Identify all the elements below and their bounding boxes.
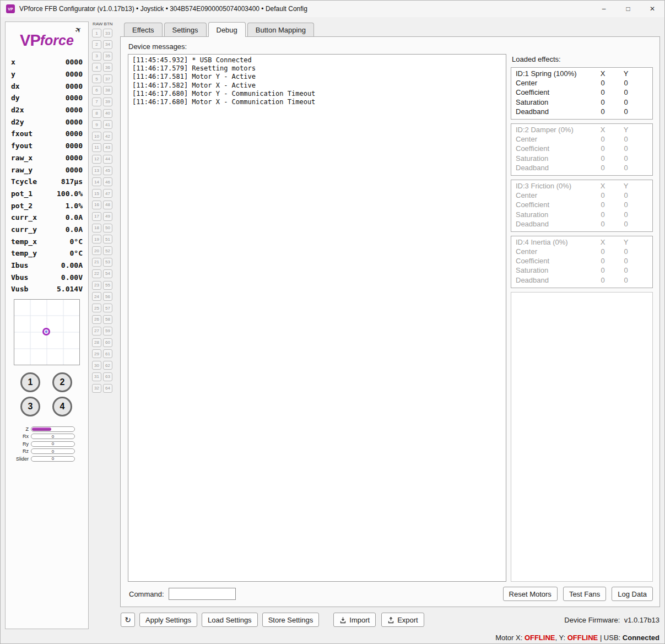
effect-param-x: 0	[592, 201, 614, 209]
reset-motors-button[interactable]: Reset Motors	[503, 587, 558, 601]
log-data-button[interactable]: Log Data	[612, 587, 653, 601]
raw-button-14[interactable]: 14	[92, 177, 101, 186]
raw-btn-grid: 1332343354365376387398409411042114312441…	[92, 29, 117, 393]
raw-button-64[interactable]: 64	[103, 384, 112, 393]
raw-button-42[interactable]: 42	[103, 132, 112, 140]
raw-button-27[interactable]: 27	[92, 327, 101, 335]
export-button[interactable]: Export	[381, 613, 424, 627]
effect-header: ID:3 Friction (0%)XY	[516, 181, 638, 191]
raw-button-39[interactable]: 39	[103, 98, 112, 106]
raw-button-45[interactable]: 45	[103, 166, 112, 175]
tab-button-mapping[interactable]: Button Mapping	[247, 23, 314, 36]
raw-button-5[interactable]: 5	[92, 74, 101, 83]
raw-button-9[interactable]: 9	[92, 120, 101, 129]
raw-button-52[interactable]: 52	[103, 246, 112, 255]
telemetry-row-Vusb: Vusb5.014V	[11, 283, 83, 295]
raw-button-31[interactable]: 31	[92, 372, 101, 381]
apply-settings-button[interactable]: Apply Settings	[139, 613, 197, 627]
raw-button-16[interactable]: 16	[92, 201, 101, 209]
raw-button-17[interactable]: 17	[92, 212, 101, 221]
raw-button-58[interactable]: 58	[103, 315, 112, 324]
raw-button-15[interactable]: 15	[92, 189, 101, 198]
raw-button-40[interactable]: 40	[103, 109, 112, 118]
raw-button-29[interactable]: 29	[92, 349, 101, 358]
raw-button-63[interactable]: 63	[103, 372, 112, 381]
raw-button-24[interactable]: 24	[92, 292, 101, 301]
raw-button-57[interactable]: 57	[103, 304, 112, 312]
effect-param-x: 0	[592, 210, 614, 219]
tab-debug[interactable]: Debug	[208, 22, 246, 37]
raw-button-10[interactable]: 10	[92, 132, 101, 140]
raw-button-22[interactable]: 22	[92, 269, 101, 278]
raw-button-25[interactable]: 25	[92, 304, 101, 312]
raw-button-55[interactable]: 55	[103, 281, 112, 290]
axis-value: 0	[31, 434, 74, 439]
raw-button-3[interactable]: 3	[92, 52, 101, 61]
import-label: Import	[349, 616, 370, 624]
effect-param-x: 0	[592, 266, 614, 274]
raw-button-26[interactable]: 26	[92, 315, 101, 324]
import-button[interactable]: Import	[333, 613, 376, 627]
axis-label: Slider	[11, 456, 31, 462]
device-messages-log[interactable]: [11:45:45.932] * USB Connected[11:46:17.…	[128, 54, 506, 582]
refresh-button[interactable]: ↻	[121, 613, 135, 627]
raw-button-53[interactable]: 53	[103, 258, 112, 267]
raw-button-12[interactable]: 12	[92, 155, 101, 164]
raw-button-11[interactable]: 11	[92, 143, 101, 152]
raw-button-41[interactable]: 41	[103, 120, 112, 129]
raw-button-21[interactable]: 21	[92, 258, 101, 267]
axis-value: 0	[31, 457, 74, 461]
raw-button-56[interactable]: 56	[103, 292, 112, 301]
raw-button-33[interactable]: 33	[103, 29, 112, 37]
raw-button-46[interactable]: 46	[103, 177, 112, 186]
raw-button-8[interactable]: 8	[92, 109, 101, 118]
raw-button-20[interactable]: 20	[92, 246, 101, 255]
raw-button-48[interactable]: 48	[103, 201, 112, 209]
raw-button-19[interactable]: 19	[92, 235, 101, 243]
raw-button-23[interactable]: 23	[92, 281, 101, 290]
raw-button-13[interactable]: 13	[92, 166, 101, 175]
store-settings-button[interactable]: Store Settings	[262, 613, 320, 627]
tab-settings[interactable]: Settings	[164, 23, 207, 36]
raw-button-7[interactable]: 7	[92, 98, 101, 106]
raw-button-62[interactable]: 62	[103, 361, 112, 370]
raw-button-30[interactable]: 30	[92, 361, 101, 370]
raw-button-47[interactable]: 47	[103, 189, 112, 198]
telemetry-value: 0000	[66, 70, 83, 78]
app-icon: VP	[6, 4, 15, 13]
telemetry-label: temp_y	[11, 249, 37, 257]
raw-button-28[interactable]: 28	[92, 338, 101, 347]
raw-button-34[interactable]: 34	[103, 40, 112, 49]
raw-button-18[interactable]: 18	[92, 224, 101, 232]
raw-button-54[interactable]: 54	[103, 269, 112, 278]
effect-param-y: 0	[614, 135, 638, 143]
raw-button-38[interactable]: 38	[103, 86, 112, 95]
maximize-button[interactable]: □	[616, 1, 640, 17]
command-input[interactable]	[169, 588, 236, 600]
raw-button-49[interactable]: 49	[103, 212, 112, 221]
raw-button-4[interactable]: 4	[92, 63, 101, 72]
minimize-button[interactable]: –	[592, 1, 616, 17]
close-button[interactable]: ✕	[640, 1, 664, 17]
usb-label: | USB:	[598, 634, 623, 642]
raw-button-44[interactable]: 44	[103, 155, 112, 164]
raw-button-35[interactable]: 35	[103, 52, 112, 61]
test-fans-button[interactable]: Test Fans	[563, 587, 606, 601]
telemetry-label: x	[11, 58, 15, 66]
telemetry-label: dy	[11, 94, 20, 102]
raw-button-36[interactable]: 36	[103, 63, 112, 72]
raw-button-2[interactable]: 2	[92, 40, 101, 49]
raw-button-1[interactable]: 1	[92, 29, 101, 37]
load-settings-button[interactable]: Load Settings	[202, 613, 258, 627]
telemetry-label: fxout	[11, 129, 33, 138]
raw-button-51[interactable]: 51	[103, 235, 112, 243]
raw-button-60[interactable]: 60	[103, 338, 112, 347]
tab-effects[interactable]: Effects	[124, 23, 163, 36]
raw-button-32[interactable]: 32	[92, 384, 101, 393]
raw-button-50[interactable]: 50	[103, 224, 112, 232]
raw-button-37[interactable]: 37	[103, 74, 112, 83]
raw-button-61[interactable]: 61	[103, 349, 112, 358]
raw-button-59[interactable]: 59	[103, 327, 112, 335]
raw-button-43[interactable]: 43	[103, 143, 112, 152]
raw-button-6[interactable]: 6	[92, 86, 101, 95]
